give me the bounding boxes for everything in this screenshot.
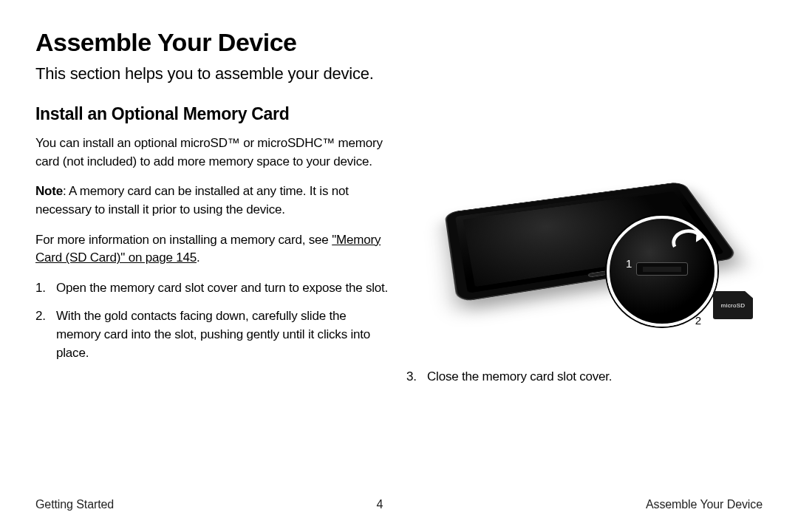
paragraph-description: You can install an optional microSD™ or … xyxy=(35,134,389,171)
step-1: Open the memory card slot cover and turn… xyxy=(35,279,389,298)
steps-list-right: Close the memory card slot cover. xyxy=(406,368,763,386)
step-2: With the gold contacts facing down, care… xyxy=(35,307,389,362)
callout-1: 1 xyxy=(626,257,632,270)
paragraph-note: Note: A memory card can be installed at … xyxy=(35,183,389,219)
content-columns: You can install an optional microSD™ or … xyxy=(35,134,763,397)
card-slot-graphic xyxy=(636,262,688,276)
note-label: Note xyxy=(35,184,63,198)
callout-2: 2 xyxy=(695,314,701,327)
section-title: Install an Optional Memory Card xyxy=(35,104,763,124)
footer-right: Assemble Your Device xyxy=(646,498,763,511)
intro-text: This section helps you to assemble your … xyxy=(35,64,763,83)
step-3: Close the memory card slot cover. xyxy=(406,368,763,386)
steps-list-left: Open the memory card slot cover and turn… xyxy=(35,279,389,363)
device-illustration: 1 microSD 2 xyxy=(429,134,740,349)
page-title: Assemble Your Device xyxy=(35,28,763,57)
rotate-arrow-icon xyxy=(669,225,707,251)
note-text: : A memory card can be installed at any … xyxy=(35,184,349,216)
ref-post: . xyxy=(197,250,200,265)
left-column: You can install an optional microSD™ or … xyxy=(35,134,389,397)
right-column: 1 microSD 2 Close the memory card slot c… xyxy=(406,134,763,397)
microsd-label: microSD xyxy=(721,302,746,309)
microsd-card-graphic: microSD xyxy=(713,291,753,319)
zoom-circle: 1 xyxy=(607,216,717,327)
ref-pre: For more information on installing a mem… xyxy=(35,233,332,247)
footer-left: Getting Started xyxy=(35,498,114,511)
paragraph-reference: For more information on installing a mem… xyxy=(35,231,389,267)
page-footer: Getting Started 4 Assemble Your Device xyxy=(35,498,763,511)
footer-page-number: 4 xyxy=(377,498,383,511)
